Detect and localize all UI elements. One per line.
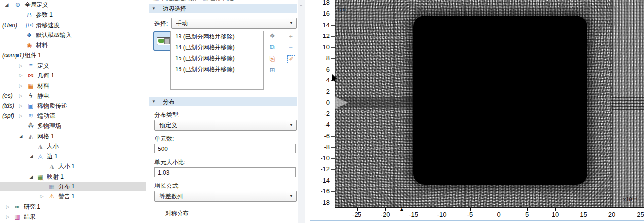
list-item[interactable]: 13 (已划分网格并移除) [171, 31, 263, 42]
size-icon: ◮ [48, 161, 56, 171]
expand-arrow-icon[interactable]: ▷ [5, 212, 11, 222]
expand-arrow-icon[interactable]: ▷ [18, 61, 24, 71]
panel-divider-inner [148, 0, 148, 223]
x-tick-label: -10 [437, 211, 447, 218]
tree-item-default-model-inputs[interactable]: ❖ 默认模型输入 [0, 30, 146, 40]
tree-item-materials-global[interactable]: ◉ 材料 [0, 40, 146, 50]
boundary-selection-header[interactable]: ▼ 边界选择 [149, 4, 297, 13]
y-tick-label: 12 [323, 32, 330, 39]
zoom-to-selection-icon[interactable]: ⊞ [268, 66, 277, 74]
tree-item-creeping-flow[interactable]: ▷ ≋ 蠕动流 (spf) [0, 111, 146, 121]
expand-arrow-icon[interactable]: ▷ [18, 111, 24, 121]
x-tick-mark [641, 207, 641, 211]
tree-item-label: 定义 [37, 61, 49, 71]
boundary-selection-title: 边界选择 [163, 4, 186, 13]
y-tick-mark [331, 70, 335, 70]
create-selection-icon[interactable]: ❖ [268, 32, 277, 40]
tree-item-label: 边 1 [47, 151, 58, 161]
tree-item-electrostatics[interactable]: ▷ ϟ 静电 (es) [0, 91, 146, 101]
add-to-selection-icon[interactable]: ＋ [286, 32, 295, 40]
function-icon: ƒ⒳ [25, 20, 33, 30]
dense-mesh-black-region [413, 16, 587, 185]
build-selected-button[interactable]: ▦构建选定对象 [153, 0, 196, 3]
materials-icon: ▦ [27, 81, 35, 91]
tree-item-geometry-1[interactable]: ▷ ⋈ 几何 1 [0, 71, 146, 80]
tree-item-slip-velocity[interactable]: ƒ⒳ 滑移速度 (Uan) [0, 20, 146, 30]
x-tick-label: -15 [409, 211, 418, 218]
y-tick-label: -18 [321, 199, 330, 206]
warning-icon: ⚠ [48, 191, 56, 201]
element-ratio-input[interactable]: 1.03 [154, 167, 296, 177]
expand-arrow-icon[interactable]: ▷ [18, 91, 24, 101]
expand-arrow-icon[interactable]: ◢ [18, 131, 24, 141]
build-all-button[interactable]: ▦全部构建 [203, 0, 234, 3]
paste-icon[interactable]: ⎘ [268, 54, 277, 63]
growth-formula-label: 增长公式: [154, 182, 179, 190]
expand-arrow-icon[interactable]: ▷ [18, 101, 24, 111]
creeping-flow-icon: ≋ [27, 111, 35, 121]
study-icon: ∞ [13, 202, 21, 212]
x-tick-mark [357, 207, 358, 211]
tree-item-multiphysics[interactable]: ⁂ 多物理场 [0, 121, 146, 131]
distribution-type-label: 分布类型: [154, 111, 179, 119]
tree-item-mapped-1[interactable]: ◢ ▦⚠ 映射 1 [0, 172, 146, 182]
element-count-input[interactable]: 500 [154, 144, 296, 153]
growth-formula-dropdown[interactable]: 等差数列 ▼ [154, 191, 297, 202]
panel-divider[interactable] [146, 0, 146, 223]
y-tick-mark [331, 14, 335, 14]
y-tick-label: 18 [323, 0, 330, 6]
list-item[interactable]: 14 (已划分网格并移除) [171, 42, 263, 53]
tree-item-mesh-1[interactable]: ◢ ◭ 网格 1 [0, 131, 146, 141]
expand-arrow-icon[interactable]: ◢ [4, 0, 10, 10]
y-tick-label: 16 [323, 10, 330, 17]
tree-item-size[interactable]: ◮ 大小 [0, 141, 146, 151]
tree-item-edge-1[interactable]: ◢ ◬ 边 1 [0, 151, 146, 161]
build-all-icon: ▦ [203, 0, 208, 2]
tree-item-tag: (Uan) [2, 22, 17, 29]
tree-item-distribution-1[interactable]: ▦ 分布 1 [0, 182, 146, 191]
list-item[interactable]: 15 (已划分网格并移除) [171, 53, 263, 64]
tree-item-size-1[interactable]: ◮ 大小 1 [0, 161, 146, 171]
expand-arrow-icon[interactable]: ◢ [28, 172, 34, 182]
y-tick-label: -14 [321, 177, 330, 184]
distribution-type-dropdown[interactable]: 预定义 ▼ [154, 120, 297, 131]
expand-arrow-icon[interactable]: ▷ [39, 191, 45, 201]
tree-item-definitions[interactable]: ▷ ≡ 定义 [0, 61, 146, 71]
clear-selection-icon[interactable]: ✐ [287, 55, 295, 63]
selection-mode-dropdown[interactable]: 手动 ▼ [171, 18, 297, 29]
scroll-up-icon[interactable]: ⌃ [299, 4, 303, 10]
tree-item-label: 分布 1 [58, 182, 75, 191]
copy-icon[interactable]: ⧉ [268, 43, 277, 52]
section-collapse-icon[interactable]: ▼ [152, 97, 156, 106]
y-tick-mark [331, 147, 335, 148]
settings-scrollbar[interactable] [298, 0, 305, 223]
x-tick-mark [385, 207, 386, 211]
y-tick-mark [331, 191, 335, 192]
tree-item-label: 滑移速度 [36, 20, 60, 30]
y-tick-mark [331, 92, 335, 92]
selection-mode-value: 手动 [176, 18, 188, 28]
tree-item-materials[interactable]: ▷ ▦ 材料 [0, 81, 146, 91]
tree-item-parameters-1[interactable]: Pᵢ 参数 1 [0, 10, 146, 20]
expand-arrow-icon[interactable]: ▷ [18, 81, 24, 91]
distribution-header[interactable]: ▼ 分布 [149, 97, 297, 106]
tree-item-global-definitions[interactable]: ◢ ⊕ 全局定义 [0, 0, 146, 10]
expand-arrow-icon[interactable]: ◢ [28, 151, 34, 161]
symmetric-distribution-checkbox[interactable] [155, 210, 162, 217]
distribution-type-value: 预定义 [159, 120, 177, 130]
x-tick-mark [499, 207, 499, 211]
x-tick-mark [442, 207, 442, 211]
remove-from-selection-icon[interactable]: − [286, 43, 295, 52]
section-collapse-icon[interactable]: ▼ [152, 4, 156, 13]
tree-item-component-1[interactable]: ◢ ● 组件 1 (comp1) [0, 50, 146, 60]
tree-item-warning-1[interactable]: ▷ ⚠ 警告 1 [0, 191, 146, 201]
tree-item-results[interactable]: ▷ ▥ 结果 [0, 212, 146, 222]
list-item[interactable]: 16 (已划分网格并移除) [171, 64, 263, 74]
expand-arrow-icon[interactable]: ▷ [18, 71, 24, 80]
tree-item-study-1[interactable]: ▷ ∞ 研究 1 [0, 202, 146, 212]
expand-arrow-icon[interactable]: ◢ [4, 50, 10, 60]
boundary-selection-list[interactable]: 13 (已划分网格并移除) 14 (已划分网格并移除) 15 (已划分网格并移除… [170, 31, 264, 90]
dropdown-arrow-icon: ▼ [289, 191, 293, 201]
tree-item-transport-diluted-species[interactable]: ▷ ▣ 稀物质传递 (tds) [0, 101, 146, 111]
expand-arrow-icon[interactable]: ▷ [5, 202, 11, 212]
